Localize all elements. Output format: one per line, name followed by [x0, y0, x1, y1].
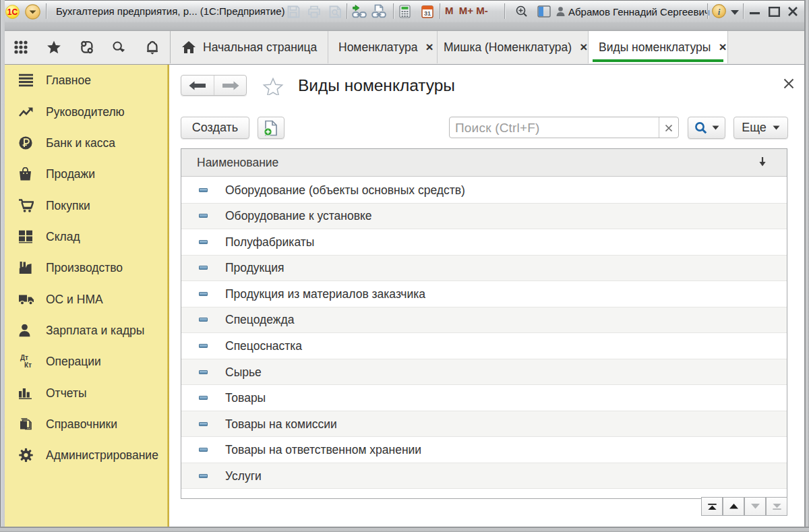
svg-text:Кт: Кт [24, 361, 32, 369]
svg-text:31: 31 [424, 10, 431, 17]
svg-text:1C: 1C [7, 7, 18, 17]
svg-text:i: i [718, 7, 721, 17]
svg-text:Дт: Дт [20, 354, 28, 361]
